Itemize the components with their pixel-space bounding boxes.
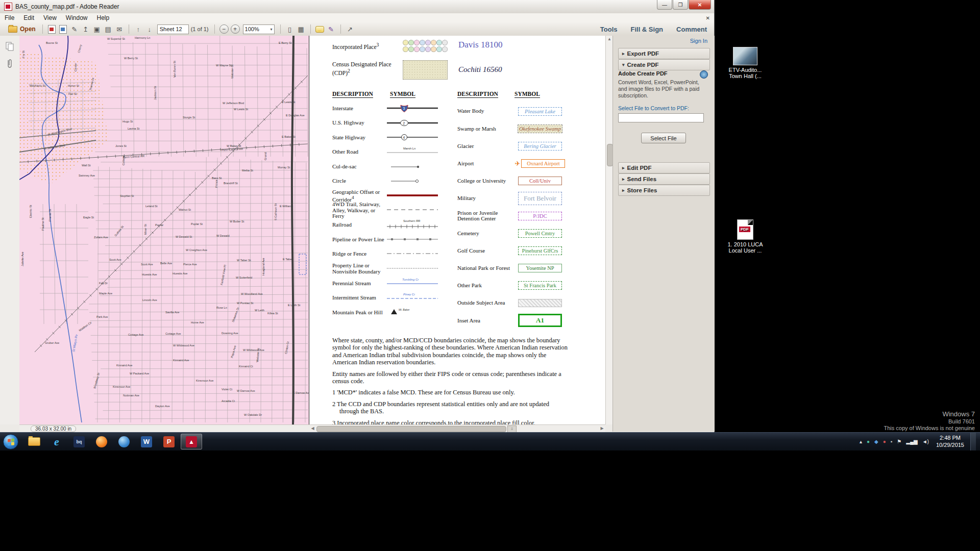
taskbar-clock[interactable]: 2:48 PM 10/29/2015 — [936, 435, 964, 449]
comment-tab[interactable]: Comment — [676, 26, 707, 33]
menu-view[interactable]: View — [39, 14, 61, 21]
share-icon[interactable]: ↥ — [80, 24, 91, 34]
street-label: W Dewald St — [176, 235, 192, 238]
tools-tab[interactable]: Tools — [600, 26, 618, 33]
convert-file-input[interactable] — [618, 113, 704, 122]
taskbar-app-app-blue[interactable] — [113, 434, 135, 449]
previous-page-icon[interactable]: ↑ — [133, 24, 144, 34]
legend-row: Property Line or Nonvisible Boundary — [332, 262, 442, 277]
fullscreen-icon[interactable]: ↗ — [345, 24, 356, 34]
scrollbar-grip[interactable]: ⁞⁞ — [507, 425, 517, 433]
street-label: W Woodland Ave — [241, 292, 263, 295]
create-pdf-icon[interactable] — [46, 24, 58, 34]
create-pdf-content: Adobe Create PDF Convert Word, Excel, Po… — [618, 70, 709, 143]
section-send-files[interactable]: ▸ Send Files — [618, 173, 710, 185]
adobe-reader-window: BAS_county_map.pdf - Adobe Reader — ❐ ✕ … — [0, 0, 715, 432]
open-button[interactable]: Open — [5, 24, 39, 34]
street-label: W Leith — [255, 309, 264, 312]
section-export-pdf[interactable]: ▸ Export PDF — [618, 48, 710, 59]
section-store-files[interactable]: ▸ Store Files — [618, 185, 710, 196]
show-desktop-button[interactable] — [970, 433, 976, 450]
legend-description: Cul-de-sac — [332, 164, 387, 170]
pdf-map-page[interactable]: Boone StFry StCherryCenterW Superior StH… — [19, 36, 309, 424]
place-fill-swatch — [431, 46, 436, 52]
edit-tool-icon[interactable]: ✎ — [69, 24, 80, 34]
close-button[interactable]: ✕ — [689, 0, 711, 10]
cdp-symbol — [403, 60, 448, 80]
menu-edit[interactable]: Edit — [19, 14, 39, 21]
network-icon[interactable]: ▂▄▆ — [906, 439, 917, 444]
place-fill-swatch — [414, 46, 420, 52]
horizontal-scrollbar[interactable]: ◀ ⁞⁞ ▶ — [309, 425, 605, 432]
tray-app-icon-1[interactable]: ● — [867, 439, 870, 444]
tray-app-icon-4[interactable]: ▪ — [891, 439, 893, 444]
page-number-input[interactable]: Sheet 12 — [157, 24, 189, 34]
menu-file[interactable]: File — [0, 14, 19, 21]
taskbar-app-browser-orange[interactable] — [91, 434, 112, 449]
zoom-level-select[interactable]: 100% ▾ — [243, 24, 275, 34]
comment-bubble-icon[interactable] — [314, 24, 326, 34]
street-label: Downing Ave — [222, 332, 238, 335]
section-create-pdf[interactable]: ▾ Create PDF — [618, 59, 710, 70]
email-icon[interactable]: ✉ — [114, 24, 125, 34]
scroll-mode-icon[interactable]: ▯ — [284, 24, 296, 34]
menu-help[interactable]: Help — [92, 14, 114, 21]
fill-sign-pen-icon[interactable]: ✎ — [326, 24, 337, 34]
save-icon[interactable]: ▣ — [91, 24, 103, 34]
place-fill-swatch — [403, 40, 408, 45]
attachments-paperclip-icon[interactable] — [5, 59, 15, 70]
fill-sign-tab[interactable]: Fill & Sign — [630, 26, 663, 33]
legend-symbol-box: Coll/Univ — [518, 177, 562, 185]
hidden-icons-arrow[interactable]: ▴ — [860, 439, 862, 444]
title-bar[interactable]: BAS_county_map.pdf - Adobe Reader — ❐ ✕ — [0, 0, 714, 14]
legend-description: Cemetery — [457, 231, 514, 237]
tray-app-icon-2[interactable]: ◆ — [874, 439, 878, 444]
print-icon[interactable]: ▤ — [103, 24, 114, 34]
street-label: Sturgis St — [183, 116, 195, 119]
zoom-out-button[interactable]: − — [219, 24, 229, 34]
taskbar-app-word[interactable]: W — [136, 434, 157, 449]
legend-row: Perennial StreamTumbling Cr — [332, 276, 442, 291]
minimize-button[interactable]: — — [657, 0, 672, 10]
taskbar-app-internet-explorer[interactable]: e — [46, 434, 67, 449]
taskbar-app-adobe-reader[interactable]: ▲ — [181, 434, 202, 449]
legend-symbol: Powell Cmtry — [514, 229, 566, 238]
taskbar-apps: ebqWP▲ — [23, 434, 203, 449]
scroll-up-icon[interactable]: ▲ — [606, 36, 613, 42]
legend-symbol: 2 — [387, 116, 440, 130]
desktop-icon-luca-pdf[interactable]: 1. 2010 LUCA Local User ... — [727, 219, 764, 254]
scroll-left-icon[interactable]: ◀ — [309, 425, 316, 432]
action-center-flag-icon[interactable]: ⚑ — [897, 439, 901, 444]
menubar-close-icon[interactable]: ✕ — [706, 15, 710, 21]
page-thumbnails-icon[interactable] — [5, 42, 15, 53]
street-label: Scott Ave — [141, 263, 153, 266]
legend-description: College or University — [457, 178, 514, 184]
horizontal-scrollbar-thumb[interactable] — [316, 426, 506, 432]
taskbar-app-windows-explorer[interactable] — [23, 434, 45, 449]
restore-button[interactable]: ❐ — [673, 0, 688, 10]
street-label: Huestis Ave — [142, 273, 157, 276]
incorporated-place-label: Incorporated Place3 — [332, 42, 401, 51]
legend-symbol-box: Powell Cmtry — [518, 229, 562, 238]
taskbar-app-powerpoint[interactable]: P — [158, 434, 180, 449]
export-pdf-icon[interactable] — [58, 24, 69, 34]
desktop-icon-etv[interactable]: ETV-Audito... Town Hall (... — [727, 47, 764, 79]
street-label: Wall St — [82, 164, 91, 167]
pdf-legend-page[interactable]: Incorporated Place3 Davis 18100 Census D… — [309, 36, 605, 424]
tray-app-icon-3[interactable]: ● — [883, 439, 886, 444]
street-label: Harmony Ln — [135, 36, 150, 39]
menu-window[interactable]: Window — [61, 14, 92, 21]
scroll-right-icon[interactable]: ▶ — [599, 425, 605, 432]
vertical-scrollbar[interactable]: ▲ — [605, 36, 613, 424]
marquee-zoom-icon[interactable]: ▦ — [296, 24, 307, 34]
select-file-button[interactable]: Select File — [641, 133, 686, 143]
zoom-in-button[interactable]: + — [231, 24, 240, 34]
clock-time: 2:48 PM — [936, 435, 964, 442]
start-button[interactable] — [3, 434, 18, 449]
section-edit-pdf[interactable]: ▸ Edit PDF — [618, 162, 710, 173]
taskbar-app-app-dark-tile[interactable]: bq — [68, 434, 90, 449]
legend-symbol-box: Fort Belvoir — [518, 192, 562, 205]
sign-in-link[interactable]: Sign In — [690, 38, 707, 44]
volume-icon[interactable]: ◄) — [922, 439, 929, 444]
next-page-icon[interactable]: ↓ — [144, 24, 155, 34]
